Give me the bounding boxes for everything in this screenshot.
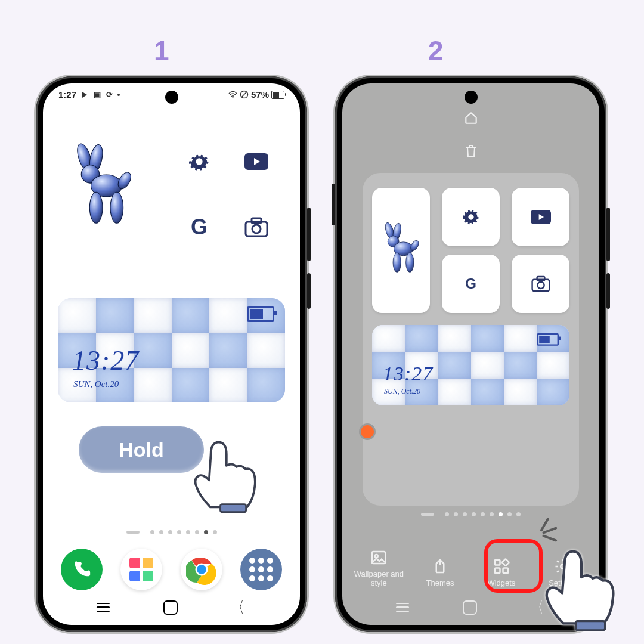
step-number-1: 1 [154, 35, 169, 67]
wallpaper-label: Wallpaper and style [352, 570, 405, 588]
wifi-icon [228, 90, 237, 99]
widget-battery-icon [247, 306, 274, 322]
svg-point-22 [406, 253, 414, 272]
svg-point-26 [537, 282, 544, 289]
settings-tile[interactable] [442, 188, 500, 246]
hold-label: Hold [119, 438, 164, 462]
page-dot [507, 512, 512, 516]
svg-point-7 [89, 192, 103, 223]
page-indicator[interactable] [43, 530, 300, 534]
clock-widget[interactable]: 13:27 SUN, Oct.20 [58, 298, 285, 402]
status-time: 1:27 [58, 89, 76, 100]
svg-point-12 [252, 225, 261, 233]
wallpaper-button[interactable]: Wallpaper and style [352, 549, 405, 588]
sync-icon: ⟳ [105, 90, 114, 99]
svg-rect-11 [252, 218, 261, 223]
svg-line-2 [242, 92, 247, 97]
battery-icon [271, 91, 284, 99]
recents-button[interactable] [97, 600, 110, 615]
page-dot [454, 512, 458, 516]
page-dot [516, 512, 521, 516]
themes-button[interactable]: Themes [413, 558, 467, 588]
page-dot [490, 512, 494, 516]
page-dot [472, 512, 476, 516]
page-dot [445, 512, 449, 516]
google-app-icon[interactable]: G [187, 215, 212, 240]
step-number-2: 2 [428, 35, 444, 67]
phone-screen-1[interactable]: 1:27 ▣ ⟳ 57% [43, 83, 300, 625]
panel-indicator [126, 531, 135, 534]
tap-hand-icon [531, 537, 632, 638]
balloon-dog-widget[interactable] [64, 143, 141, 233]
page-dot [186, 530, 190, 534]
page-dot-active [499, 512, 503, 516]
phone-mockup-1: 1:27 ▣ ⟳ 57% [36, 76, 307, 632]
video-app-icon[interactable] [244, 149, 269, 174]
navigation-bar: 〈 [43, 597, 300, 618]
camera-app-icon[interactable] [244, 215, 269, 240]
widget-date: SUN, Oct.20 [73, 379, 119, 389]
balloon-dog-tile[interactable] [372, 188, 430, 313]
home-button[interactable] [163, 600, 178, 615]
chrome-app[interactable] [181, 549, 222, 590]
page-dot [150, 530, 154, 534]
video-tile[interactable] [512, 188, 569, 246]
widget-time: 13:27 [72, 345, 139, 376]
back-button[interactable]: 〈 [233, 597, 244, 618]
settings-app-icon[interactable] [187, 149, 212, 174]
clock-widget-preview[interactable]: 13:27 SUN, Oct.20 [372, 325, 569, 405]
no-sim-icon [240, 90, 249, 99]
battery-percent-label: 57% [251, 89, 269, 100]
svg-point-0 [233, 97, 234, 98]
power-button [606, 273, 610, 309]
home-icons-preview: G [372, 188, 569, 313]
widgetsmith-app[interactable] [120, 549, 162, 590]
page-dot [195, 530, 199, 534]
svg-point-21 [393, 253, 401, 272]
widget-time: 13:27 [383, 363, 433, 385]
page-indicator[interactable] [342, 512, 599, 516]
recents-button[interactable] [396, 600, 409, 615]
gallery-status-icon: ▣ [92, 90, 101, 99]
more-notifications-dot [117, 94, 120, 96]
camera-tile[interactable] [512, 255, 569, 313]
themes-label: Themes [426, 579, 454, 588]
svg-rect-34 [576, 621, 605, 630]
phone-app[interactable] [61, 549, 103, 590]
volume-button [307, 208, 311, 261]
app-drawer-button[interactable] [240, 549, 282, 590]
volume-button [606, 208, 610, 261]
power-button [307, 273, 311, 309]
notification-badge [359, 423, 376, 440]
page-dot [463, 512, 467, 516]
page-dot [168, 530, 172, 534]
google-tile[interactable]: G [442, 255, 500, 313]
tap-hand-icon [180, 429, 270, 519]
camera-notch [465, 91, 478, 104]
widget-battery-icon [537, 333, 559, 346]
svg-point-28 [375, 555, 378, 558]
side-button-left [332, 184, 335, 225]
home-grid[interactable]: G [58, 131, 285, 286]
page-dot [481, 512, 485, 516]
page-dot [177, 530, 181, 534]
home-button[interactable] [463, 600, 477, 615]
status-bar: 1:27 ▣ ⟳ 57% [58, 89, 284, 100]
dock [43, 549, 300, 590]
panel-indicator [421, 513, 429, 516]
page-dot [159, 530, 163, 534]
page-dot [213, 530, 217, 534]
remove-page-button[interactable] [464, 143, 478, 161]
svg-point-8 [110, 192, 123, 223]
default-home-button[interactable] [463, 110, 479, 128]
svg-rect-25 [537, 277, 544, 280]
svg-rect-13 [221, 504, 246, 512]
widget-date: SUN, Oct.20 [384, 387, 420, 396]
page-dot-active [204, 530, 208, 534]
playstore-icon [80, 90, 89, 99]
